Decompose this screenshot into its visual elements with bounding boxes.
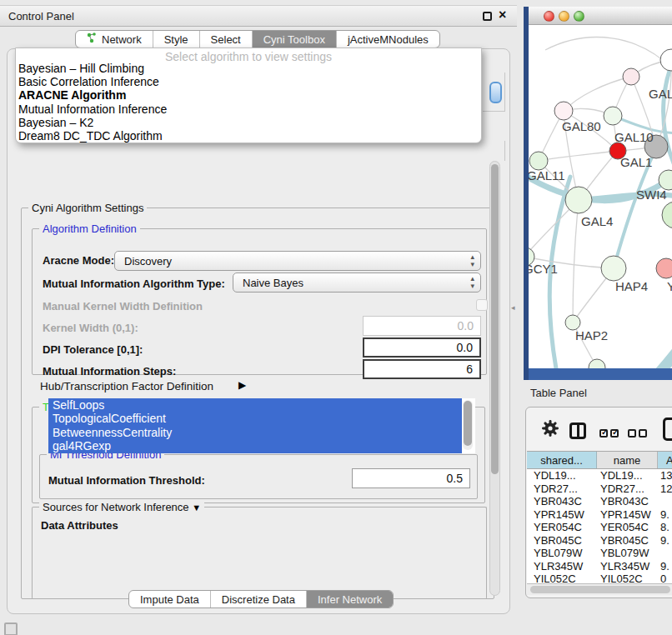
dropdown-placeholder: Select algorithm to view settings [16, 48, 481, 62]
node-hap4[interactable] [601, 256, 626, 281]
tab-cyni-toolbox[interactable]: Cyni Toolbox [252, 31, 336, 48]
gear-icon[interactable] [541, 419, 559, 441]
network-window-titlebar[interactable] [529, 7, 672, 25]
table-row[interactable]: YDR27...YDR27...12 [527, 482, 672, 496]
table-row[interactable]: YER054CYER054C8. [527, 521, 672, 534]
dropdown-item[interactable]: Bayesian – Hill Climbing [16, 62, 481, 75]
node-label: GAL4 [581, 214, 613, 228]
node-label: HAP4 [615, 279, 648, 293]
dropdown-item[interactable]: Bayesian – K2 [16, 116, 481, 129]
table-row[interactable]: YLR345WYLR345W9. [527, 560, 672, 573]
edge[interactable] [545, 38, 672, 71]
dropdown-item[interactable]: Dream8 DC_TDC Algorithm [16, 129, 481, 142]
tab-style[interactable]: Style [153, 31, 199, 48]
node[interactable] [589, 359, 605, 368]
settings-vertical-scrollbar[interactable] [489, 161, 500, 596]
data-attributes-list[interactable]: SelfLoops TopologicalCoefficient Between… [48, 398, 475, 453]
hub-definition-label[interactable]: Hub/Transcription Factor Definition [40, 380, 213, 392]
data-attributes-label: Data Attributes [41, 519, 118, 532]
table-row[interactable]: YBR043CYBR043C [527, 495, 672, 508]
node-gal11[interactable] [529, 152, 548, 170]
table-panel: shared... name A YDL19...YDL19...13 YDR2… [525, 407, 672, 598]
dropdown-item[interactable]: Mutual Information Inference [16, 102, 481, 116]
zoom-traffic-light-icon[interactable] [574, 11, 584, 22]
minimize-traffic-light-icon[interactable] [559, 11, 569, 22]
sources-title-text: Sources for Network Inference [43, 501, 189, 513]
dropdown-item-highlighted[interactable]: ARACNE Algorithm [16, 88, 481, 102]
aracne-mode-combo[interactable]: Discovery ▴▾ [114, 251, 481, 271]
list-scrollbar-thumb[interactable] [464, 401, 472, 446]
list-item[interactable]: gal4RGexp [48, 439, 462, 452]
algorithm-definition-title: Algorithm Definition [39, 222, 140, 235]
edge[interactable] [573, 200, 579, 322]
column-header-name[interactable]: name [597, 452, 658, 468]
mi-threshold-field[interactable]: 0.5 [352, 468, 470, 488]
table-horizontal-scrollbar[interactable] [527, 583, 672, 595]
node-gal4[interactable] [565, 187, 592, 213]
minimized-window-icon[interactable] [4, 622, 18, 635]
table-row[interactable]: YDL19...YDL19...13 [527, 469, 672, 482]
mi-steps-value: 6 [466, 362, 473, 376]
tab-impute-data[interactable]: Impute Data [129, 591, 210, 608]
list-item[interactable]: BetweennessCentrality [48, 426, 462, 439]
node[interactable] [656, 258, 672, 278]
table-row[interactable]: YBL079WYBL079W [527, 547, 672, 560]
close-traffic-light-icon[interactable] [544, 11, 554, 22]
list-item[interactable]: SelfLoops [48, 398, 462, 412]
node[interactable] [623, 68, 639, 85]
cyni-bottom-tabs: Impute Data Discretize Data Infer Networ… [128, 590, 394, 608]
network-canvas[interactable]: GAL GAL80 GAL10 GAL1 GAL11 SWI4 GAL4 GCY… [529, 25, 672, 368]
list-item[interactable]: TopologicalCoefficient [48, 412, 462, 425]
table-horizontal-thumb[interactable] [530, 586, 670, 593]
node-gal80[interactable] [554, 102, 573, 120]
dpi-tolerance-field[interactable]: 0.0 [363, 338, 481, 358]
tab-discretize-data-label: Discretize Data [222, 593, 295, 606]
edge[interactable] [539, 151, 618, 161]
stepper-arrows-icon: ▴▾ [470, 253, 474, 268]
table-row[interactable]: YBR045CYBR045C9. [527, 534, 672, 548]
node-label: GAL11 [529, 168, 565, 182]
sources-group-title: Sources for Network Inference ▼ [39, 501, 204, 513]
node-gal10[interactable] [604, 107, 622, 125]
node[interactable] [662, 202, 672, 228]
edge[interactable] [564, 77, 631, 111]
kernel-width-field[interactable]: 0.0 [363, 316, 481, 336]
list-scrollbar[interactable] [463, 400, 473, 450]
control-panel-tabs: Network Style Select Cyni Toolbox jActiv… [75, 30, 440, 48]
tab-jactivemnodules-label: jActiveMNodules [348, 33, 429, 46]
new-table-icon[interactable] [663, 418, 672, 441]
hidden-groupbox-edge [504, 72, 505, 111]
edge[interactable] [622, 328, 672, 368]
tab-infer-network[interactable]: Infer Network [306, 591, 393, 608]
settings-vertical-thumb[interactable] [491, 164, 499, 474]
node[interactable] [660, 49, 672, 71]
mi-steps-field[interactable]: 6 [363, 359, 481, 379]
column-header-partial[interactable]: A [658, 452, 672, 468]
control-panel-titlebar: Control Panel × [0, 5, 517, 27]
tab-select-label: Select [211, 33, 241, 46]
table-header-row: shared... name A [527, 451, 672, 469]
unselected-checkboxes-icon[interactable] [628, 426, 649, 441]
mi-type-combo[interactable]: Naive Bayes ▴▾ [233, 272, 481, 292]
panel-divider-arrow-icon[interactable]: ◂ [511, 303, 515, 312]
node-label: GAL1 [620, 155, 652, 169]
sources-group: Sources for Network Inference ▼ Data Att… [32, 507, 487, 599]
expand-right-icon[interactable]: ▶ [238, 379, 246, 391]
column-layout-icon[interactable] [569, 422, 586, 439]
tab-select[interactable]: Select [199, 31, 252, 48]
dropdown-item[interactable]: Basic Correlation Inference [16, 75, 481, 88]
selected-checkboxes-icon[interactable] [599, 426, 621, 441]
tab-network[interactable]: Network [76, 31, 153, 48]
mi-type-value: Naive Bayes [243, 277, 303, 289]
kernel-width-label: Kernel Width (0,1): [43, 322, 138, 334]
hidden-combo-stepper [489, 82, 502, 103]
float-window-icon[interactable] [483, 12, 492, 21]
column-header-shared-name[interactable]: shared... [527, 452, 597, 468]
close-icon[interactable]: × [499, 8, 506, 22]
collapse-down-icon[interactable]: ▼ [192, 502, 201, 512]
manual-kernel-checkbox[interactable] [476, 299, 488, 311]
tab-jactivemnodules[interactable]: jActiveMNodules [336, 31, 439, 48]
table-row[interactable]: YPR145WYPR145W9. [527, 508, 672, 522]
screen: Control Panel × Network Style Select Cyn… [0, 0, 672, 635]
tab-discretize-data[interactable]: Discretize Data [210, 591, 306, 608]
